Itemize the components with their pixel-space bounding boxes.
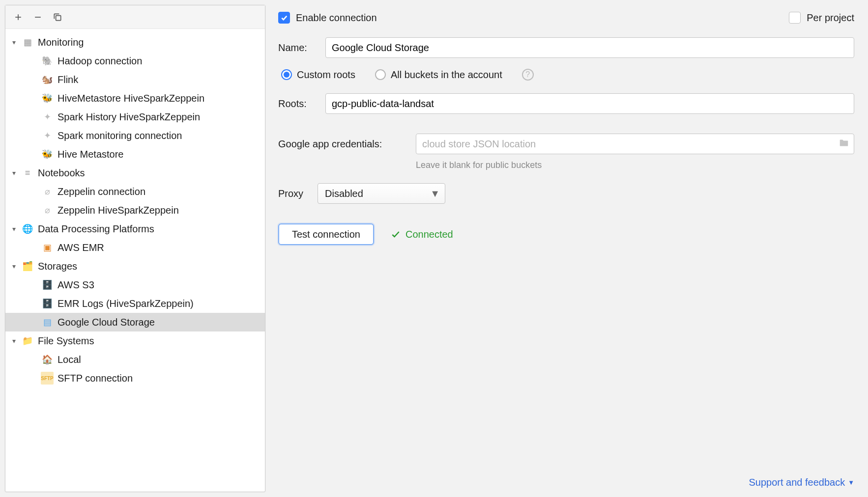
svg-rect-3 (56, 15, 61, 20)
checkmark-icon (391, 229, 401, 239)
tree-group-label: File Systems (38, 335, 94, 347)
connection-tree[interactable]: ▾ ▦ Monitoring 🐘 Hadoop connection 🐿️ Fl… (5, 29, 265, 492)
tree-item-spark-monitoring[interactable]: ✦ Spark monitoring connection (5, 126, 265, 145)
tree-item-label: HiveMetastore HiveSparkZeppein (58, 93, 204, 104)
support-and-feedback-link[interactable]: Support and feedback ▼ (749, 477, 854, 488)
tree-group-storages[interactable]: ▾ 🗂️ Storages (5, 257, 265, 276)
roots-label: Roots: (278, 98, 325, 110)
tree-item-zeppelin-1[interactable]: ⌀ Zeppelin connection (5, 182, 265, 201)
tree-group-monitoring[interactable]: ▾ ▦ Monitoring (5, 33, 265, 52)
credentials-input[interactable] (416, 134, 854, 154)
hive-bee-icon: 🐝 (41, 92, 54, 105)
globe-icon: 🌐 (21, 222, 34, 235)
aws-s3-icon: 🗄️ (41, 297, 54, 310)
credentials-hint: Leave it blank for public buckets (416, 160, 854, 170)
hive-bee-icon: 🐝 (41, 148, 54, 161)
tree-item-label: Hadoop connection (58, 55, 142, 67)
remove-button[interactable] (29, 8, 47, 26)
radio-selected-icon (281, 69, 292, 80)
enable-connection-label: Enable connection (296, 12, 377, 24)
chevron-down-icon: ▾ (9, 336, 18, 345)
tree-group-notebooks[interactable]: ▾ ≡ Notebooks (5, 164, 265, 182)
chevron-down-icon: ▾ (9, 38, 18, 47)
tree-item-hadoop[interactable]: 🐘 Hadoop connection (5, 52, 265, 70)
browse-folder-icon[interactable] (839, 138, 849, 150)
tree-item-label: Flink (58, 74, 78, 85)
custom-roots-radio[interactable]: Custom roots (281, 69, 355, 81)
add-button[interactable] (9, 8, 27, 26)
tree-item-aws-s3[interactable]: 🗄️ AWS S3 (5, 276, 265, 294)
flink-icon: 🐿️ (41, 73, 54, 86)
all-buckets-label: All buckets in the account (391, 69, 502, 81)
chevron-down-icon: ▼ (430, 188, 440, 199)
storage-folder-icon: 🗂️ (21, 260, 34, 273)
notebook-icon: ≡ (21, 166, 34, 179)
tree-group-label: Notebooks (38, 167, 85, 179)
tree-group-label: Storages (38, 261, 77, 272)
test-connection-button[interactable]: Test connection (278, 223, 374, 245)
home-icon: 🏠 (41, 353, 54, 366)
tree-item-label: EMR Logs (HiveSparkZeppein) (58, 298, 194, 309)
copy-button[interactable] (49, 8, 66, 26)
copy-icon (53, 12, 62, 22)
proxy-select-value: Disabled (325, 188, 363, 199)
per-project-checkbox[interactable]: Per project (789, 12, 854, 24)
tree-item-hivemetastore-2[interactable]: 🐝 Hive Metastore (5, 145, 265, 164)
aws-emr-icon: ▣ (41, 241, 54, 254)
help-icon[interactable]: ? (522, 69, 534, 81)
sidebar-toolbar (5, 5, 265, 29)
tree-group-platforms[interactable]: ▾ 🌐 Data Processing Platforms (5, 220, 265, 238)
tree-item-flink[interactable]: 🐿️ Flink (5, 70, 265, 89)
zeppelin-icon: ⌀ (41, 204, 54, 217)
per-project-label: Per project (807, 12, 854, 24)
all-buckets-radio[interactable]: All buckets in the account (375, 69, 502, 81)
tree-item-emr-logs[interactable]: 🗄️ EMR Logs (HiveSparkZeppein) (5, 294, 265, 313)
chevron-down-icon: ▾ (9, 224, 18, 233)
tree-item-label: Zeppelin connection (58, 186, 145, 197)
enable-connection-checkbox[interactable]: Enable connection (278, 12, 377, 24)
aws-s3-icon: 🗄️ (41, 278, 54, 291)
zeppelin-icon: ⌀ (41, 185, 54, 198)
tree-item-label: AWS S3 (58, 279, 94, 291)
connection-status: Connected (391, 229, 453, 240)
folder-icon: 📁 (21, 334, 34, 347)
tree-group-filesystems[interactable]: ▾ 📁 File Systems (5, 331, 265, 350)
tree-item-zeppelin-2[interactable]: ⌀ Zeppelin HiveSparkZeppein (5, 201, 265, 220)
tree-item-spark-history[interactable]: ✦ Spark History HiveSparkZeppein (5, 108, 265, 126)
table-icon: ▦ (21, 36, 34, 49)
tree-group-label: Data Processing Platforms (38, 223, 154, 235)
name-input[interactable] (325, 37, 854, 58)
roots-input[interactable] (325, 93, 854, 114)
sidebar: ▾ ▦ Monitoring 🐘 Hadoop connection 🐿️ Fl… (5, 5, 265, 492)
chevron-down-icon: ▾ (9, 168, 18, 177)
hadoop-icon: 🐘 (41, 55, 54, 67)
tree-item-label: Google Cloud Storage (58, 317, 155, 328)
tree-item-gcs[interactable]: ▤ Google Cloud Storage (5, 313, 265, 331)
proxy-label: Proxy (278, 188, 318, 199)
tree-item-aws-emr[interactable]: ▣ AWS EMR (5, 238, 265, 257)
tree-item-sftp[interactable]: SFTP SFTP connection (5, 369, 265, 387)
checkbox-unchecked-icon (789, 12, 801, 24)
minus-icon (33, 12, 43, 22)
tree-item-label: Spark History HiveSparkZeppein (58, 111, 200, 123)
chevron-down-icon: ▾ (9, 262, 18, 271)
tree-item-local[interactable]: 🏠 Local (5, 350, 265, 369)
spark-star-icon: ✦ (41, 110, 54, 123)
connection-status-text: Connected (405, 229, 453, 240)
credentials-label: Google app credentials: (278, 138, 416, 150)
tree-item-label: Local (58, 354, 81, 365)
sftp-icon: SFTP (41, 372, 54, 385)
tree-group-label: Monitoring (38, 37, 84, 48)
name-label: Name: (278, 42, 325, 54)
gcs-icon: ▤ (41, 316, 54, 329)
checkbox-checked-icon (278, 12, 290, 24)
tree-item-label: AWS EMR (58, 242, 104, 253)
tree-item-label: Zeppelin HiveSparkZeppein (58, 205, 179, 216)
plus-icon (13, 12, 23, 22)
proxy-select[interactable]: Disabled ▼ (318, 183, 445, 204)
tree-item-label: Spark monitoring connection (58, 130, 182, 141)
support-link-label: Support and feedback (749, 477, 845, 488)
tree-item-hivemetastore-1[interactable]: 🐝 HiveMetastore HiveSparkZeppein (5, 89, 265, 108)
radio-unselected-icon (375, 69, 386, 80)
chevron-down-icon: ▼ (848, 479, 854, 486)
